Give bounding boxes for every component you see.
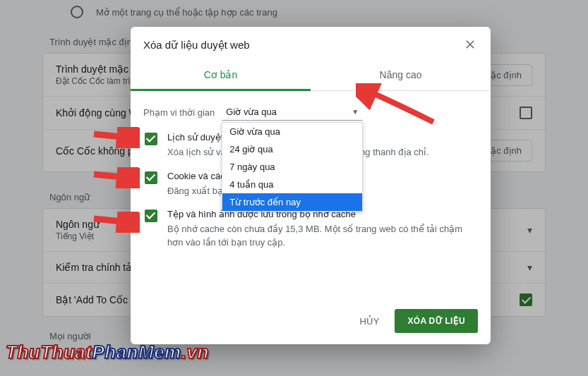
time-range-option-selected[interactable]: Từ trước đến nay [222,193,362,211]
time-range-menu: Giờ vừa qua 24 giờ qua 7 ngày qua 4 tuần… [222,122,363,212]
tab-basic[interactable]: Cơ bản [131,62,311,91]
time-range-row: Phạm vi thời gian Giờ vừa qua ▼ Giờ vừa … [143,104,478,121]
clear-data-button[interactable]: XÓA DỮ LIỆU [395,309,478,333]
checkbox-checked-icon[interactable] [145,171,157,184]
time-range-option[interactable]: 7 ngày qua [222,158,362,176]
option-description: Bộ nhớ cache còn chưa đầy 15,3 MB. Một s… [167,223,476,250]
checkbox-checked-icon[interactable] [145,210,157,222]
close-icon [464,38,476,51]
checkbox-checked-icon[interactable] [145,133,157,145]
time-range-select[interactable]: Giờ vừa qua ▼ Giờ vừa qua 24 giờ qua 7 n… [222,104,363,121]
time-range-button[interactable]: Giờ vừa qua ▼ [222,104,363,121]
time-range-option[interactable]: 24 giờ qua [222,140,362,158]
tab-advanced[interactable]: Nâng cao [311,62,491,90]
time-range-label: Phạm vi thời gian [143,107,215,118]
dialog-header: Xóa dữ liệu duyệt web [131,27,491,62]
dialog-title: Xóa dữ liệu duyệt web [143,39,250,51]
clear-browsing-data-dialog: Xóa dữ liệu duyệt web Cơ bản Nâng cao Ph… [131,27,491,344]
dialog-body: Phạm vi thời gian Giờ vừa qua ▼ Giờ vừa … [131,91,491,299]
time-range-value: Giờ vừa qua [226,107,277,117]
time-range-option[interactable]: Giờ vừa qua [222,123,362,140]
dialog-footer: HỦY XÓA DỮ LIỆU [131,299,491,344]
close-button[interactable] [464,38,478,52]
time-range-option[interactable]: 4 tuần qua [222,176,362,193]
dropdown-triangle-icon: ▼ [352,108,359,116]
dialog-tabs: Cơ bản Nâng cao [131,62,491,91]
cancel-button[interactable]: HỦY [351,310,388,332]
